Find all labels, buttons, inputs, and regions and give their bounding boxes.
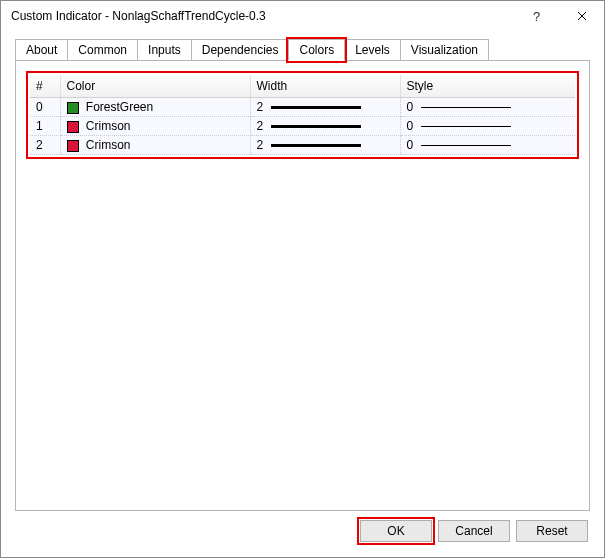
tab-colors[interactable]: Colors bbox=[288, 39, 345, 61]
width-line-icon bbox=[271, 125, 361, 128]
style-value: 0 bbox=[407, 138, 414, 152]
cancel-button[interactable]: Cancel bbox=[438, 520, 510, 542]
tab-inputs[interactable]: Inputs bbox=[137, 39, 192, 61]
width-line-icon bbox=[271, 106, 361, 109]
help-icon: ? bbox=[533, 9, 540, 24]
width-value: 2 bbox=[257, 138, 264, 152]
tab-panel: # Color Width Style 0 ForestGreen bbox=[15, 60, 590, 511]
close-button[interactable] bbox=[559, 1, 604, 31]
width-line-icon bbox=[271, 144, 361, 147]
colors-table: # Color Width Style 0 ForestGreen bbox=[30, 75, 575, 155]
color-swatch bbox=[67, 102, 79, 114]
cell-style[interactable]: 0 bbox=[400, 117, 575, 136]
dialog-window: Custom Indicator - NonlagSchaffTrendCycl… bbox=[0, 0, 605, 558]
style-line-icon bbox=[421, 126, 511, 127]
style-line-icon bbox=[421, 107, 511, 108]
client-area: About Common Inputs Dependencies Colors … bbox=[1, 31, 604, 557]
color-name: Crimson bbox=[86, 138, 131, 152]
window-title: Custom Indicator - NonlagSchaffTrendCycl… bbox=[11, 9, 514, 23]
cell-width[interactable]: 2 bbox=[250, 117, 400, 136]
help-button[interactable]: ? bbox=[514, 1, 559, 31]
color-name: ForestGreen bbox=[86, 100, 153, 114]
style-value: 0 bbox=[407, 119, 414, 133]
width-value: 2 bbox=[257, 100, 264, 114]
cell-color[interactable]: ForestGreen bbox=[60, 98, 250, 117]
col-header-style[interactable]: Style bbox=[400, 75, 575, 98]
color-swatch bbox=[67, 140, 79, 152]
cell-width[interactable]: 2 bbox=[250, 136, 400, 155]
ok-button[interactable]: OK bbox=[360, 520, 432, 542]
cell-color[interactable]: Crimson bbox=[60, 117, 250, 136]
cell-index: 2 bbox=[30, 136, 60, 155]
titlebar: Custom Indicator - NonlagSchaffTrendCycl… bbox=[1, 1, 604, 31]
cell-index: 0 bbox=[30, 98, 60, 117]
col-header-color[interactable]: Color bbox=[60, 75, 250, 98]
dialog-footer: OK Cancel Reset bbox=[15, 511, 590, 545]
tab-common[interactable]: Common bbox=[67, 39, 138, 61]
style-line-icon bbox=[421, 145, 511, 146]
style-value: 0 bbox=[407, 100, 414, 114]
colors-grid-wrap: # Color Width Style 0 ForestGreen bbox=[26, 71, 579, 159]
col-header-width[interactable]: Width bbox=[250, 75, 400, 98]
close-icon bbox=[577, 11, 587, 21]
tab-visualization[interactable]: Visualization bbox=[400, 39, 489, 61]
cell-width[interactable]: 2 bbox=[250, 98, 400, 117]
reset-button[interactable]: Reset bbox=[516, 520, 588, 542]
tab-dependencies[interactable]: Dependencies bbox=[191, 39, 290, 61]
col-header-index[interactable]: # bbox=[30, 75, 60, 98]
table-row[interactable]: 1 Crimson 2 0 bbox=[30, 117, 575, 136]
tab-about[interactable]: About bbox=[15, 39, 68, 61]
cell-index: 1 bbox=[30, 117, 60, 136]
color-swatch bbox=[67, 121, 79, 133]
color-name: Crimson bbox=[86, 119, 131, 133]
width-value: 2 bbox=[257, 119, 264, 133]
cell-style[interactable]: 0 bbox=[400, 136, 575, 155]
cell-color[interactable]: Crimson bbox=[60, 136, 250, 155]
table-row[interactable]: 2 Crimson 2 0 bbox=[30, 136, 575, 155]
tab-bar: About Common Inputs Dependencies Colors … bbox=[15, 39, 590, 61]
cell-style[interactable]: 0 bbox=[400, 98, 575, 117]
tab-levels[interactable]: Levels bbox=[344, 39, 401, 61]
table-row[interactable]: 0 ForestGreen 2 0 bbox=[30, 98, 575, 117]
